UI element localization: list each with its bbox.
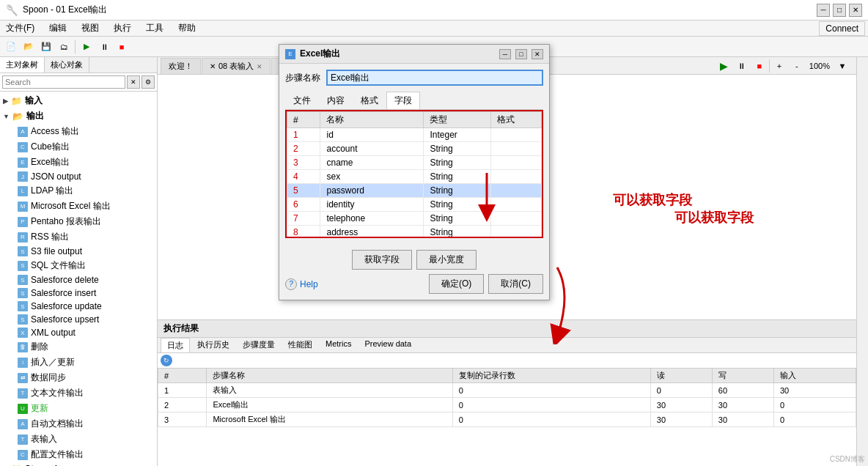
tree-item-delete[interactable]: 🗑 删除 <box>12 339 157 355</box>
modal-minimize-btn[interactable]: ─ <box>499 49 511 59</box>
modal-step-name-input[interactable] <box>326 70 543 86</box>
modal-cell-format <box>490 226 541 239</box>
search-input[interactable] <box>2 75 125 89</box>
save-btn[interactable]: 💾 <box>38 39 54 55</box>
tab-table-input-label: 08 表输入 <box>218 61 254 72</box>
expand-arrow-output: ▼ <box>3 113 10 120</box>
tree-item-s3[interactable]: S S3 file output <box>12 245 157 258</box>
sidebar: 主对象树 核心对象 ✕ ⚙ ▶ 📁 输入 ▼ 📂 输出 <box>0 57 158 466</box>
tree-item-cube[interactable]: C Cube输出 <box>12 139 157 155</box>
canvas-pause-btn[interactable]: ⏸ <box>734 58 750 74</box>
new-btn[interactable]: 📄 <box>3 39 19 55</box>
tree-item-rss[interactable]: R RSS 输出 <box>12 229 157 245</box>
sidebar-tab-objects[interactable]: 主对象树 <box>0 57 45 73</box>
tree-item-insert-update[interactable]: ↕ 插入／更新 <box>12 355 157 370</box>
exec-cell-2-input: 0 <box>773 398 856 413</box>
exec-result-title: 执行结果 <box>158 320 856 338</box>
open-btn[interactable]: 📂 <box>21 39 37 55</box>
search-options-btn[interactable]: ⚙ <box>141 75 155 89</box>
modal-min-width-btn[interactable]: 最小宽度 <box>416 250 477 270</box>
modal-tab-content[interactable]: 内容 <box>319 92 353 109</box>
modal-confirm-btn[interactable]: 确定(O) <box>429 274 484 294</box>
tree-item-msexcel[interactable]: M Microsoft Excel 输出 <box>12 199 157 214</box>
tree-item-label-autodoc: 自动文档输出 <box>31 418 84 430</box>
title-bar: 🥄 Spoon - 01 Excel输出 ─ □ ✕ <box>0 0 868 21</box>
tab-table-input[interactable]: ✕ 08 表输入 ✕ <box>202 58 271 74</box>
connect-button[interactable]: Connect <box>819 21 865 36</box>
stop-btn[interactable]: ■ <box>114 39 130 55</box>
modal-tab-file[interactable]: 文件 <box>285 92 319 109</box>
exec-tab-metrics[interactable]: 步骤度量 <box>237 338 281 352</box>
tree-group-header-input[interactable]: ▶ 📁 输入 <box>0 93 157 108</box>
tree-item-label-sf-update: Salesforce update <box>31 301 102 311</box>
tree-item-sf-update[interactable]: S Salesforce update <box>12 300 157 313</box>
tree-item-datasync[interactable]: ⇄ 数据同步 <box>12 370 157 385</box>
canvas-stop-btn[interactable]: ■ <box>751 58 768 74</box>
tab-table-input-close[interactable]: ✕ <box>257 63 262 70</box>
canvas-zoom-dropdown[interactable]: ▼ <box>834 58 850 74</box>
exec-tab-perf[interactable]: 性能图 <box>282 338 318 352</box>
right-scrollbar[interactable] <box>856 57 868 466</box>
tree-item-excel[interactable]: E Excel输出 <box>12 155 157 170</box>
modal-get-fields-btn[interactable]: 获取字段 <box>352 250 412 270</box>
modal-tab-fields[interactable]: 字段 <box>386 92 420 109</box>
modal-fields-table: # 名称 类型 格式 1idInteger2accountString3cnam… <box>287 111 542 238</box>
minimize-btn[interactable]: ─ <box>817 4 830 17</box>
modal-close-btn[interactable]: ✕ <box>532 49 543 59</box>
tree-item-autodoc[interactable]: A 自动文档输出 <box>12 416 157 432</box>
tree-item-xml[interactable]: X XML output <box>12 326 157 339</box>
tree-item-tableinput[interactable]: T 表输入 <box>12 432 157 447</box>
canvas-zoom-level: 100% <box>806 62 833 70</box>
tab-welcome[interactable]: 欢迎！ <box>161 58 201 74</box>
modal-cell-num: 8 <box>287 226 320 239</box>
sidebar-tab-core[interactable]: 核心对象 <box>45 57 89 73</box>
tree-item-access[interactable]: A Access 输出 <box>12 124 157 139</box>
run-btn[interactable]: ▶ <box>78 39 95 55</box>
menu-run[interactable]: 执行 <box>111 21 134 36</box>
menu-edit[interactable]: 编辑 <box>46 21 70 36</box>
menu-help[interactable]: 帮助 <box>175 21 199 36</box>
tree-item-label-cube: Cube输出 <box>31 141 70 153</box>
tree-item-pentaho[interactable]: P Pentaho 报表输出 <box>12 214 157 229</box>
modal-tab-format[interactable]: 格式 <box>353 92 386 109</box>
modal-cancel-btn[interactable]: 取消(C) <box>488 274 543 294</box>
pause-btn[interactable]: ⏸ <box>96 39 112 55</box>
exec-tab-log[interactable]: 日志 <box>161 338 190 352</box>
exec-tab-preview[interactable]: Preview data <box>358 338 417 352</box>
tree-item-update[interactable]: U 更新 <box>12 401 157 416</box>
menu-tools[interactable]: 工具 <box>143 21 166 36</box>
folder-icon-output: 📂 <box>12 111 23 122</box>
tree-item-ldap[interactable]: L LDAP 输出 <box>12 183 157 199</box>
exec-row-1: 1 表输入 0 0 60 30 <box>158 383 856 398</box>
tree-item-label-delete: 删除 <box>31 341 48 353</box>
modal-table-row: 7telephoneString <box>287 212 542 226</box>
tree-item-sql[interactable]: S SQL 文件输出 <box>12 258 157 273</box>
modal-maximize-btn[interactable]: □ <box>515 49 527 59</box>
tree-group-header-streaming[interactable]: ▶ 📁 Streaming <box>0 462 157 466</box>
menu-file[interactable]: 文件(F) <box>3 21 37 36</box>
canvas-zoom-out-btn[interactable]: - <box>789 58 805 74</box>
modal-help-link[interactable]: ? Help <box>285 278 318 290</box>
exec-refresh-icon[interactable]: ↻ <box>161 355 172 366</box>
modal-cell-type: String <box>424 212 491 226</box>
exec-tab-metrics2[interactable]: Metrics <box>320 338 357 352</box>
search-clear-btn[interactable]: ✕ <box>127 75 140 89</box>
save-all-btn[interactable]: 🗂 <box>56 39 72 55</box>
tree-item-sf-insert[interactable]: S Salesforce insert <box>12 286 157 300</box>
item-icon-datasync: ⇄ <box>18 373 28 383</box>
tree-item-textfile[interactable]: T 文本文件输出 <box>12 385 157 401</box>
tree-item-configfile[interactable]: C 配置文件输出 <box>12 447 157 462</box>
modal-cell-name: cname <box>320 156 424 170</box>
tree-item-sf-delete[interactable]: S Salesforce delete <box>12 273 157 286</box>
tree-item-json[interactable]: J JSON output <box>12 170 157 183</box>
item-icon-excel: E <box>18 158 28 168</box>
close-btn[interactable]: ✕ <box>849 4 862 17</box>
maximize-btn[interactable]: □ <box>833 4 846 17</box>
tree-item-sf-upsert[interactable]: S Salesforce upsert <box>12 313 157 326</box>
modal-cell-num: 5 <box>287 184 320 198</box>
tree-group-header-output[interactable]: ▼ 📂 输出 <box>0 108 157 124</box>
canvas-zoom-in-btn[interactable]: + <box>771 58 787 74</box>
canvas-run-btn[interactable]: ▶ <box>716 58 732 74</box>
exec-tab-history[interactable]: 执行历史 <box>191 338 235 352</box>
menu-view[interactable]: 视图 <box>78 21 102 36</box>
